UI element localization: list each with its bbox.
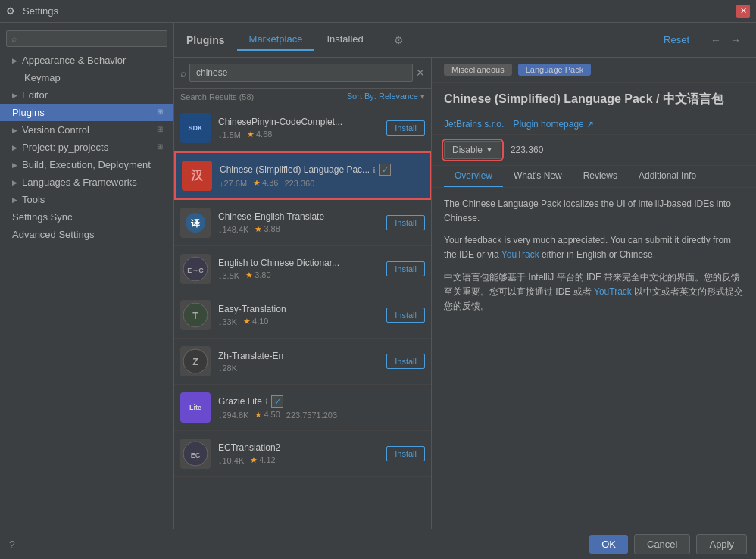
plugin-info: Chinese (Simplified) Language Pac... ℹ 2… — [220, 164, 423, 188]
svg-text:译: 译 — [191, 218, 201, 229]
clear-search-button[interactable]: ✕ — [416, 67, 425, 79]
plugin-info: Easy-Translation 33K 4.10 — [218, 304, 386, 326]
titlebar: ⚙ Settings ✕ — [0, 0, 756, 23]
plugin-search-input[interactable] — [189, 64, 413, 82]
plugin-detail-actions: Disable ▼ 223.360 — [432, 135, 756, 166]
plugin-info: ECTranslation2 10.4K 4.12 — [218, 442, 386, 465]
plugin-item[interactable]: E→C English to Chinese Dictionar... 3.5K… — [174, 246, 431, 292]
plugin-items: SDK ChinesePinyin-CodeComplet... 1.5M 4.… — [174, 105, 431, 529]
navigation-buttons: ← → — [708, 33, 744, 48]
tab-reviews[interactable]: Reviews — [573, 166, 628, 187]
plugin-name: Easy-Translation — [218, 304, 386, 314]
sidebar-item-label: Advanced Settings — [12, 229, 94, 240]
plugins-container: Plugins Marketplace Installed ⚙ Reset ← … — [174, 23, 756, 529]
sidebar-item-languages[interactable]: Languages & Frameworks — [0, 173, 173, 191]
info-icon: ℹ — [373, 166, 376, 174]
tab-installed[interactable]: Installed — [314, 29, 375, 51]
disable-label: Disable — [452, 145, 483, 155]
enabled-checkbox — [271, 395, 283, 408]
content-area: Plugins Marketplace Installed ⚙ Reset ← … — [174, 23, 756, 529]
reset-button[interactable]: Reset — [664, 34, 689, 45]
sidebar-item-label: Languages & Frameworks — [22, 176, 137, 188]
install-button[interactable]: Install — [386, 308, 425, 323]
bottom-bar: ? OK Cancel Apply — [0, 529, 756, 559]
sidebar-item-keymap[interactable]: Keymap — [0, 69, 173, 86]
plugin-name: Chinese-English Translate — [218, 211, 386, 222]
sort-dropdown[interactable]: Sort By: Relevance ▾ — [347, 92, 425, 101]
window-controls: ✕ — [736, 5, 750, 18]
back-button[interactable]: ← — [708, 33, 724, 48]
svg-text:Z: Z — [192, 357, 198, 367]
disable-button[interactable]: Disable ▼ — [444, 141, 501, 159]
install-button[interactable]: Install — [386, 261, 425, 276]
sidebar-item-settings-sync[interactable]: Settings Sync — [0, 208, 173, 226]
plugin-item-selected[interactable]: 汉 Chinese (Simplified) Language Pac... ℹ… — [174, 151, 431, 200]
tab-marketplace[interactable]: Marketplace — [237, 29, 315, 51]
tab-overview[interactable]: Overview — [444, 166, 503, 187]
plugin-icon: Z — [180, 346, 211, 376]
plugin-meta: 1.5M 4.68 — [218, 130, 386, 139]
help-icon[interactable]: ? — [9, 539, 15, 551]
sidebar-item-editor[interactable]: Editor — [0, 86, 173, 104]
plugin-name: ECTranslation2 — [218, 442, 386, 453]
plugin-item[interactable]: SDK ChinesePinyin-CodeComplet... 1.5M 4.… — [174, 105, 431, 151]
ok-button[interactable]: OK — [589, 535, 628, 554]
sidebar-item-label: Keymap — [24, 72, 61, 83]
plugin-icon: 译 — [180, 208, 211, 238]
plugin-item[interactable]: EC ECTranslation2 10.4K 4.12 Install — [174, 431, 431, 477]
plugin-full-name: Chinese (Simplified) Language Pack / 中文语… — [444, 92, 744, 108]
plugin-icon: SDK — [180, 113, 211, 143]
youtrack-link-2[interactable]: YouTrack — [594, 286, 632, 297]
forward-button[interactable]: → — [727, 33, 744, 48]
plugin-icon: T — [180, 300, 211, 330]
plugin-name: Chinese (Simplified) Language Pac... ℹ — [220, 164, 423, 176]
plugins-title: Plugins — [186, 34, 225, 46]
install-button[interactable]: Install — [386, 446, 425, 461]
tab-additional-info[interactable]: Additional Info — [628, 166, 707, 187]
vendor-link[interactable]: JetBrains s.r.o. — [444, 119, 504, 130]
sidebar-item-build[interactable]: Build, Execution, Deployment — [0, 156, 173, 173]
tag-language-pack[interactable]: Language Pack — [518, 64, 591, 76]
homepage-link[interactable]: Plugin homepage ↗ — [513, 119, 594, 130]
plugin-meta: 28K — [218, 364, 386, 373]
youtrack-link-1[interactable]: YouTrack — [501, 249, 539, 260]
plugin-detail-title: Chinese (Simplified) Language Pack / 中文语… — [432, 83, 756, 114]
plugin-list-header: Search Results (58) Sort By: Relevance ▾ — [174, 89, 431, 105]
page-icon: ⊞ — [157, 142, 167, 153]
cancel-button[interactable]: Cancel — [634, 534, 690, 554]
gear-icon[interactable]: ⚙ — [394, 34, 404, 46]
sidebar-item-label: Build, Execution, Deployment — [22, 159, 151, 170]
plugins-tabs: Marketplace Installed — [237, 29, 376, 51]
description-p1: The Chinese Language Pack localizes the … — [444, 197, 744, 226]
plugin-item[interactable]: Lite Grazie Lite ℹ 294.8K 4. — [174, 385, 431, 431]
plugin-info: Zh-Translate-En 28K — [218, 351, 386, 373]
sort-label-text: Sort By: Relevance — [347, 92, 418, 101]
install-button[interactable]: Install — [386, 354, 425, 369]
svg-text:T: T — [192, 311, 198, 321]
tag-miscellaneous[interactable]: Miscellaneous — [444, 64, 512, 76]
plugin-icon: E→C — [180, 254, 211, 284]
sidebar-item-appearance[interactable]: Appearance & Behavior — [0, 52, 173, 69]
tab-whats-new[interactable]: What's New — [503, 166, 573, 187]
close-button[interactable]: ✕ — [736, 5, 750, 18]
plugins-body: ⌕ ✕ Search Results (58) Sort By: Relevan… — [174, 58, 756, 529]
sidebar-item-version-control[interactable]: Version Control ⊞ — [0, 121, 173, 139]
apply-button[interactable]: Apply — [696, 534, 747, 554]
plugin-icon: EC — [180, 439, 211, 469]
plugin-item[interactable]: T Easy-Translation 33K 4.10 Install — [174, 292, 431, 339]
plugin-detail: Miscellaneous Language Pack Chinese (Sim… — [432, 58, 756, 529]
plugin-item[interactable]: Z Zh-Translate-En 28K Install — [174, 339, 431, 385]
sidebar-search-container — [0, 26, 173, 52]
sidebar-item-plugins[interactable]: Plugins ⊞ — [0, 104, 173, 121]
sidebar-item-project[interactable]: Project: py_projects ⊞ — [0, 139, 173, 156]
svg-text:E→C: E→C — [187, 267, 204, 274]
install-button[interactable]: Install — [386, 215, 425, 230]
sidebar-item-tools[interactable]: Tools — [0, 191, 173, 208]
install-button[interactable]: Install — [386, 120, 425, 136]
plugin-detail-meta: JetBrains s.r.o. Plugin homepage ↗ — [432, 114, 756, 135]
sidebar-search-input[interactable] — [6, 30, 167, 47]
search-icon: ⌕ — [180, 67, 186, 79]
plugin-item[interactable]: 译 Chinese-English Translate 148.4K 3.88 … — [174, 200, 431, 246]
plugins-header: Plugins Marketplace Installed ⚙ Reset ← … — [174, 23, 756, 58]
sidebar-item-advanced[interactable]: Advanced Settings — [0, 226, 173, 243]
